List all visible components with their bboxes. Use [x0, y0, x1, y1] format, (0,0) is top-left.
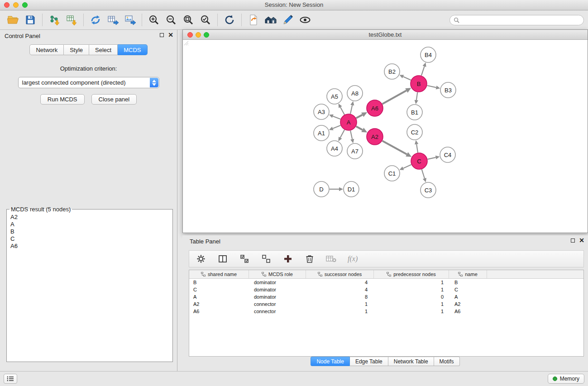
open-file-icon[interactable] — [5, 13, 22, 27]
network-graph[interactable]: B4B2BB3A5A8A6B1A3AC2A1A2A4A7CC4C1C3DD1 — [183, 40, 588, 233]
tab-edge-table[interactable]: Edge Table — [350, 357, 388, 366]
control-panel: Control Panel ✕ NetworkStyleSelectMCDS O… — [0, 30, 177, 371]
tab-node-table[interactable]: Node Table — [311, 357, 350, 366]
graph-edge-A-A7[interactable] — [350, 131, 352, 139]
run-mcds-button[interactable]: Run MCDS — [40, 94, 85, 105]
tab-motifs[interactable]: Motifs — [434, 357, 460, 366]
save-icon[interactable] — [22, 13, 39, 27]
node-table[interactable]: shared nameMCDS rolesuccessor nodesprede… — [189, 270, 584, 357]
table-cell: 1 — [306, 300, 374, 308]
graph-edge-A-A5[interactable] — [340, 107, 344, 115]
deselect-all-icon[interactable] — [261, 253, 272, 264]
graph-node-label: A4 — [331, 145, 338, 152]
zoom-out-icon[interactable] — [163, 13, 180, 27]
graph-edge-B-B4[interactable] — [421, 67, 425, 76]
maximize-window-button[interactable] — [22, 2, 28, 8]
select-all-icon[interactable] — [239, 253, 250, 264]
float-panel-icon[interactable] — [160, 33, 164, 37]
mcds-result-item[interactable]: C — [10, 235, 170, 243]
export-document-icon[interactable] — [245, 13, 262, 27]
minimize-window-button[interactable] — [13, 2, 19, 8]
tab-network-table[interactable]: Network Table — [388, 357, 434, 366]
graph-edge-A-A3[interactable] — [333, 116, 340, 119]
graph-edge-B-B2[interactable] — [403, 76, 411, 80]
export-image-icon[interactable] — [121, 13, 139, 27]
minimize-network-window-button[interactable] — [196, 32, 201, 38]
function-builder-icon[interactable]: f(x) — [348, 255, 358, 263]
memory-button[interactable]: Memory — [548, 374, 584, 384]
home-icon[interactable] — [262, 13, 279, 27]
tab-network[interactable]: Network — [29, 44, 64, 55]
table-row[interactable]: A6connector11A6 — [189, 308, 583, 315]
column-header-successor-nodes[interactable]: successor nodes — [306, 270, 374, 278]
window-title: Session: New Session — [0, 0, 588, 10]
network-canvas[interactable]: B4B2BB3A5A8A6B1A3AC2A1A2A4A7CC4C1C3DD1 — [183, 40, 588, 233]
task-history-button[interactable] — [4, 374, 17, 384]
graph-edge-A-A2[interactable] — [356, 126, 363, 130]
optimization-criterion-dropdown[interactable]: largest connected component (directed) — [18, 77, 159, 88]
new-network-icon[interactable] — [87, 13, 104, 27]
table-row[interactable]: A2connector11A2 — [189, 300, 583, 308]
dropdown-stepper-icon[interactable] — [150, 78, 158, 87]
graph-edge-A-A8[interactable] — [350, 105, 352, 114]
zoom-selected-icon[interactable] — [197, 13, 214, 27]
search-input[interactable] — [462, 17, 575, 24]
app-titlebar[interactable]: Session: New Session — [0, 0, 588, 10]
maximize-network-window-button[interactable] — [204, 32, 209, 38]
graph-edge-arrowhead — [423, 62, 426, 67]
column-header-predecessor-nodes[interactable]: predecessor nodes — [374, 270, 449, 278]
export-table-icon[interactable] — [104, 13, 121, 27]
graph-node-label: D — [319, 186, 323, 193]
resize-grip-icon[interactable] — [183, 40, 188, 45]
graph-edge-A2-C[interactable] — [382, 141, 407, 154]
show-column-icon[interactable] — [217, 253, 228, 264]
graph-edge-A6-B[interactable] — [382, 91, 406, 104]
close-network-window-button[interactable] — [187, 32, 193, 38]
graph-edge-C-C2[interactable] — [416, 144, 418, 153]
column-header-MCDS-role[interactable]: MCDS role — [249, 270, 306, 278]
memory-status-dot-icon — [553, 376, 557, 381]
table-row[interactable]: Bdominator41B — [189, 279, 583, 286]
close-panel-icon[interactable]: ✕ — [168, 33, 173, 37]
graph-edge-B-B3[interactable] — [427, 86, 436, 87]
close-panel-button[interactable]: Close panel — [91, 94, 137, 105]
zoom-in-icon[interactable] — [145, 13, 163, 27]
graph-edge-A-A6[interactable] — [356, 115, 363, 118]
zoom-fit-icon[interactable] — [180, 13, 197, 27]
float-table-panel-icon[interactable] — [571, 238, 575, 243]
network-window-titlebar[interactable]: testGlobe.txt — [183, 30, 588, 40]
style-brush-icon[interactable] — [279, 13, 296, 27]
tab-mcds[interactable]: MCDS — [118, 44, 147, 55]
graph-node-label: C2 — [411, 129, 419, 136]
table-row[interactable]: Cdominator41C — [189, 286, 583, 293]
search-box[interactable] — [449, 15, 584, 25]
import-network-file-icon[interactable] — [46, 13, 63, 27]
tab-select[interactable]: Select — [89, 44, 118, 55]
delete-table-icon[interactable] — [326, 253, 337, 264]
close-table-panel-icon[interactable]: ✕ — [579, 238, 584, 243]
graph-edge-A-A4[interactable] — [340, 130, 344, 138]
column-header-name[interactable]: name — [449, 270, 487, 278]
mcds-result-item[interactable]: A — [10, 221, 170, 228]
graph-edge-B-B1[interactable] — [416, 92, 417, 100]
graph-edge-C-C1[interactable] — [403, 165, 411, 168]
mcds-result-item[interactable]: B — [10, 228, 170, 235]
table-row[interactable]: Adominator80A — [189, 293, 583, 300]
delete-column-trash-icon[interactable] — [304, 253, 315, 264]
graph-edge-A-A1[interactable] — [333, 125, 340, 129]
table-settings-gear-icon[interactable] — [196, 253, 206, 264]
import-table-file-icon[interactable] — [63, 13, 80, 27]
mcds-result-item[interactable]: A6 — [10, 243, 170, 250]
table-cell: C — [189, 286, 249, 293]
create-column-icon[interactable] — [282, 253, 293, 264]
tab-style[interactable]: Style — [64, 44, 89, 55]
close-window-button[interactable] — [4, 2, 10, 8]
table-panel-header: Table Panel ✕ — [182, 235, 588, 247]
graph-edge-C-C4[interactable] — [428, 157, 436, 159]
mcds-result-item[interactable]: A2 — [10, 214, 170, 221]
table-cell: 1 — [374, 279, 449, 286]
graph-edge-C-C3[interactable] — [422, 169, 425, 178]
refresh-icon[interactable] — [221, 13, 238, 27]
eye-icon[interactable] — [296, 13, 314, 27]
column-header-shared-name[interactable]: shared name — [189, 270, 249, 278]
